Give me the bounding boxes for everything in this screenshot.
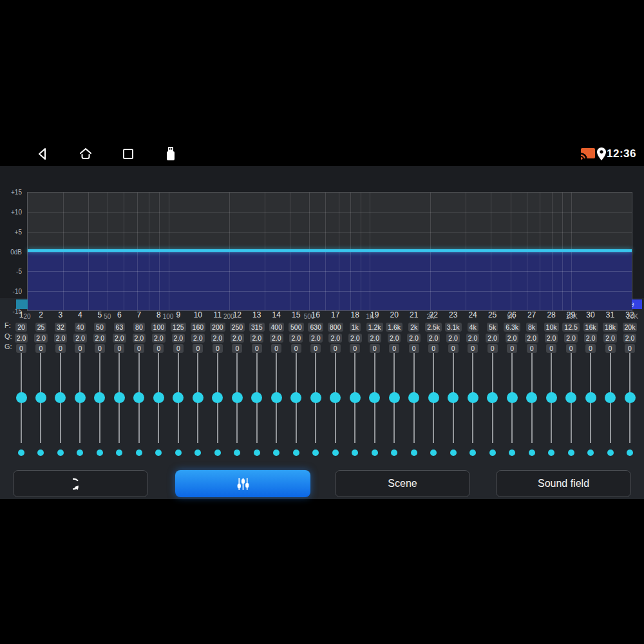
band-index: 28 xyxy=(542,310,561,319)
band-frequency-value: 1.2k xyxy=(364,321,386,332)
slider-handle[interactable] xyxy=(290,392,301,403)
chart-plot-area xyxy=(27,192,632,311)
slider-handle[interactable] xyxy=(310,392,321,403)
band-indicator-dot[interactable] xyxy=(489,450,496,456)
slider-handle[interactable] xyxy=(75,392,86,403)
band-indicator-dot[interactable] xyxy=(587,450,594,456)
band-gain-value: 0 xyxy=(50,342,71,354)
band-frequency-value: 80 xyxy=(128,321,150,332)
band-index: 15 xyxy=(287,310,306,319)
band-indicator-dot[interactable] xyxy=(175,450,182,456)
slider-handle[interactable] xyxy=(546,392,557,403)
band-index: 4 xyxy=(70,310,90,319)
band-indicator-dot[interactable] xyxy=(430,450,437,456)
band-indicator-dot[interactable] xyxy=(509,450,515,456)
slider-handle[interactable] xyxy=(153,392,164,403)
slider-handle[interactable] xyxy=(232,392,243,403)
slider-handle[interactable] xyxy=(369,392,380,403)
band-indicator-dot[interactable] xyxy=(607,450,614,456)
y-axis-tick-label: -5 xyxy=(16,268,22,275)
band-indicator-dot[interactable] xyxy=(548,450,554,456)
slider-handle[interactable] xyxy=(193,392,204,403)
equalizer-button[interactable] xyxy=(175,470,310,497)
scene-button[interactable]: Scene xyxy=(335,470,470,497)
band-indicator-dot[interactable] xyxy=(529,450,535,456)
band-indicator-dot[interactable] xyxy=(411,450,417,456)
slider-handle[interactable] xyxy=(448,392,459,403)
band-frequency-value: 100 xyxy=(147,321,169,332)
slider-handle[interactable] xyxy=(133,392,144,403)
band-indicator-dot[interactable] xyxy=(469,450,476,456)
band-frequency-value: 3.1k xyxy=(442,321,464,332)
band-indicator-dot[interactable] xyxy=(568,450,574,456)
slider-handle[interactable] xyxy=(35,392,46,403)
band-indicator-dot[interactable] xyxy=(194,450,201,456)
band-gain-value: 0 xyxy=(226,342,248,354)
reset-button[interactable] xyxy=(13,470,148,497)
band-gain-value: 0 xyxy=(403,342,425,354)
band-index: 30 xyxy=(581,310,600,319)
slider-handle[interactable] xyxy=(428,392,439,403)
band-frequency-value: 500 xyxy=(285,321,307,332)
slider-handle[interactable] xyxy=(565,392,576,403)
band-indicator-dot[interactable] xyxy=(37,450,44,456)
slider-handle[interactable] xyxy=(212,392,223,403)
band-indicator-dot[interactable] xyxy=(57,450,64,456)
band-indicator-dot[interactable] xyxy=(97,450,103,456)
slider-handle[interactable] xyxy=(408,392,419,403)
slider-handle[interactable] xyxy=(468,392,478,403)
slider-handle[interactable] xyxy=(507,392,518,403)
slider-handle[interactable] xyxy=(94,392,105,403)
slider-handle[interactable] xyxy=(114,392,125,403)
band-indicator-dot[interactable] xyxy=(234,450,240,456)
band-indicator-dot[interactable] xyxy=(254,450,260,456)
y-axis-tick-label: +10 xyxy=(11,208,22,215)
slider-handle[interactable] xyxy=(55,392,66,403)
band-indicator-dot[interactable] xyxy=(136,450,142,456)
band-frequency-value: 250 xyxy=(226,321,248,332)
band-indicator-dot[interactable] xyxy=(391,450,397,456)
band-indicator-dot[interactable] xyxy=(273,450,279,456)
band-frequency-value: 800 xyxy=(325,321,346,332)
slider-handle[interactable] xyxy=(585,392,596,403)
slider-handle[interactable] xyxy=(389,392,400,403)
band-frequency-value: 1.6k xyxy=(383,321,405,332)
band-gain-value: 0 xyxy=(246,342,268,354)
slider-handle[interactable] xyxy=(173,392,184,403)
slider-handle[interactable] xyxy=(330,392,341,403)
home-icon[interactable] xyxy=(79,147,93,161)
band-gain-value: 0 xyxy=(580,342,601,354)
slider-handle[interactable] xyxy=(625,392,636,403)
band-gain-value: 0 xyxy=(187,342,209,354)
slider-handle[interactable] xyxy=(16,392,27,403)
band-indicator-dot[interactable] xyxy=(352,450,358,456)
slider-handle[interactable] xyxy=(350,392,361,403)
slider-handle[interactable] xyxy=(526,392,537,403)
band-frequency-value: 63 xyxy=(108,321,130,332)
band-indicator-dot[interactable] xyxy=(155,450,162,456)
band-indicator-dot[interactable] xyxy=(332,450,339,456)
band-indicator-dot[interactable] xyxy=(214,450,221,456)
clock: 12:36 xyxy=(607,147,636,160)
band-indicator-dot[interactable] xyxy=(312,450,319,456)
sound-field-button[interactable]: Sound field xyxy=(496,470,631,497)
band-indicator-dot[interactable] xyxy=(627,450,633,456)
band-gain-value: 0 xyxy=(325,342,346,354)
band-index: 1 xyxy=(12,310,31,319)
band-indicator-dot[interactable] xyxy=(372,450,378,456)
back-icon[interactable] xyxy=(36,147,49,161)
band-frequency-value: 5k xyxy=(482,321,504,332)
slider-handle[interactable] xyxy=(271,392,282,403)
band-indicator-dot[interactable] xyxy=(116,450,122,456)
band-indicator-dot[interactable] xyxy=(18,450,24,456)
slider-handle[interactable] xyxy=(605,392,616,403)
slider-handle[interactable] xyxy=(487,392,498,403)
band-index: 10 xyxy=(188,310,207,319)
band-indicator-dot[interactable] xyxy=(293,450,299,456)
slider-handle[interactable] xyxy=(251,392,262,403)
band-indicator-dot[interactable] xyxy=(450,450,457,456)
band-frequency-value: 125 xyxy=(167,321,189,332)
band-frequency-value: 2.5k xyxy=(422,321,444,332)
band-indicator-dot[interactable] xyxy=(77,450,83,456)
recents-icon[interactable] xyxy=(122,147,135,160)
